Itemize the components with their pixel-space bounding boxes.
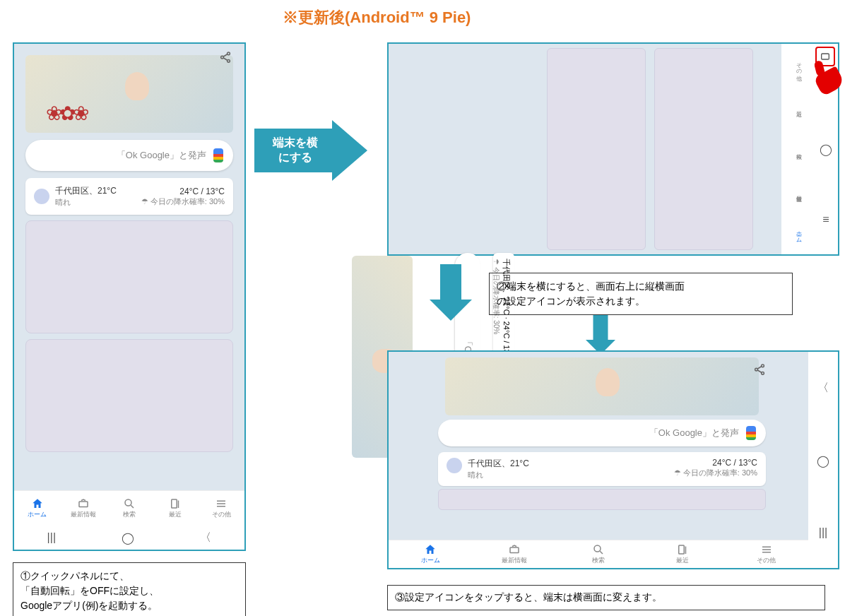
arrow-rotate: 端末を横 にする — [254, 120, 367, 181]
mic-icon[interactable] — [213, 148, 223, 162]
tab-more[interactable]: その他 — [724, 540, 808, 568]
tab-more[interactable]: その他 — [199, 491, 244, 526]
weather-card[interactable]: 千代田区、21°C 晴れ 24°C / 13°C ☂ 今日の降水確率: 30% — [25, 178, 233, 215]
search-bar[interactable]: 「Ok Google」と発声 — [438, 420, 766, 446]
tab-recent[interactable]: 最近 — [153, 491, 199, 526]
svg-rect-3 — [79, 502, 88, 507]
doodle-decor: ❀✿❀ — [46, 102, 86, 125]
recent-button[interactable]: ≡ — [822, 213, 829, 226]
tab-search[interactable]: 検索 — [781, 128, 814, 170]
tab-news[interactable]: 最新情報 — [473, 540, 557, 568]
tab-recent[interactable]: 最近 — [781, 86, 814, 129]
moon-icon — [34, 189, 49, 204]
arrow-down-1 — [430, 264, 472, 321]
caption-1: ①クイックパネルにて、 「自動回転」をOFFに設定し、 Googleアプリ(例)… — [13, 562, 246, 616]
share-icon[interactable] — [753, 363, 766, 379]
svg-point-4 — [125, 499, 131, 506]
tab-home[interactable]: ホーム — [389, 540, 473, 568]
phone-landscape-rotated: 「Ok Google」と発声 千代田区、21°C晴れ 24°C / 13°C☂ … — [387, 350, 839, 569]
share-icon[interactable] — [219, 51, 232, 67]
svg-rect-12 — [679, 545, 685, 554]
content-card[interactable] — [547, 48, 646, 250]
svg-point-11 — [594, 545, 601, 552]
content-card[interactable] — [438, 489, 766, 510]
bottom-tabs: ホーム 最新情報 検索 最近 その他 — [14, 490, 244, 526]
tab-home[interactable]: ホーム — [14, 491, 60, 526]
home-button[interactable]: ◯ — [817, 454, 829, 468]
recent-button[interactable]: ||| — [47, 531, 56, 544]
weather-rain: ☂ 今日の降水確率: 30% — [141, 196, 225, 207]
weather-range: 24°C / 13°C — [141, 186, 225, 196]
caption-3: ③設定アイコンをタップすると、端末は横画面に変えます。 — [387, 585, 825, 610]
mic-icon[interactable] — [746, 426, 756, 440]
home-button[interactable]: ◯ — [820, 143, 832, 156]
tab-news[interactable]: 最新情報 — [60, 491, 106, 526]
search-placeholder: 「Ok Google」と発声 — [35, 149, 206, 162]
content-card[interactable] — [25, 339, 233, 452]
tab-search[interactable]: 検索 — [557, 540, 641, 568]
arrow-down-2 — [586, 315, 615, 355]
android-navbar: 〈 ◯ ||| — [808, 352, 838, 568]
moon-icon — [447, 458, 462, 473]
page-title: ※更新後(Android™ 9 Pie) — [283, 7, 471, 28]
tab-search[interactable]: 検索 — [106, 491, 152, 526]
caption-2: ②端末を横にすると、画面右上に縦横画面 の設定アイコンが表示されます。 — [489, 273, 793, 315]
doodle-face — [125, 72, 149, 100]
google-doodle — [445, 357, 759, 415]
content-card[interactable] — [25, 220, 233, 333]
weather-location: 千代田区、21°C — [55, 185, 141, 197]
phone-portrait: ❀✿❀ 「Ok Google」と発声 千代田区、21°C 晴れ 24°C / 1… — [13, 42, 246, 551]
back-button[interactable]: 〈 — [200, 531, 211, 545]
weather-card[interactable]: 千代田区、21°C晴れ 24°C / 13°C☂ 今日の降水確率: 30% — [438, 452, 766, 486]
tab-recent[interactable]: 最近 — [640, 540, 724, 568]
svg-rect-10 — [510, 547, 519, 553]
bottom-tabs: ホーム 最新情報 検索 最近 その他 — [389, 540, 808, 568]
phone-landscape-locked: 「Ok Google」と発声 千代田区、21°C · 24°C / 13°C ☂… — [387, 42, 839, 256]
tab-home[interactable]: ホーム — [781, 212, 814, 254]
svg-rect-6 — [822, 54, 829, 59]
search-bar[interactable]: 「Ok Google」と発声 — [25, 140, 233, 171]
recent-button[interactable]: ||| — [819, 526, 827, 539]
back-button[interactable]: 〈 — [817, 381, 829, 396]
google-doodle: ❀✿❀ — [25, 55, 233, 133]
weather-condition: 晴れ — [55, 197, 141, 208]
tap-hand-icon — [810, 59, 842, 92]
tab-news[interactable]: 最新情報 — [781, 170, 814, 213]
home-button[interactable]: ◯ — [122, 531, 134, 545]
content-card[interactable] — [654, 48, 753, 250]
android-navbar: ||| ◯ 〈 — [14, 526, 244, 550]
svg-rect-5 — [172, 499, 177, 508]
